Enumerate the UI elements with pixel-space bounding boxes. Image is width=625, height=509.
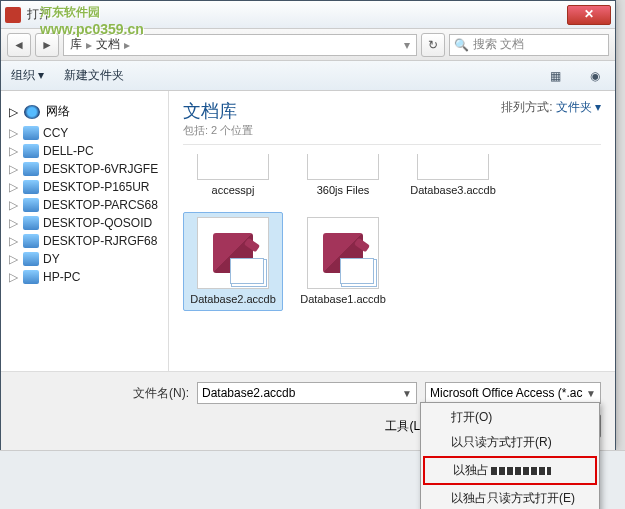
file-name: Database1.accdb: [298, 293, 388, 306]
breadcrumb-seg[interactable]: 库: [70, 36, 82, 53]
library-subtitle: 包括: 2 个位置: [183, 123, 253, 138]
file-thumb: [307, 217, 379, 289]
menu-open-exclusive-readonly[interactable]: 以独占只读方式打开(E): [423, 486, 597, 509]
tree-node[interactable]: ▷HP-PC: [1, 268, 168, 286]
file-thumb: [307, 154, 379, 180]
file-thumb: [417, 154, 489, 180]
filetype-value: Microsoft Office Access (*.ac: [430, 386, 583, 400]
file-list: accesspj360js FilesDatabase3.accdbDataba…: [183, 149, 601, 311]
filename-label: 文件名(N):: [133, 385, 189, 402]
computer-icon: [23, 216, 39, 230]
file-thumb: [197, 154, 269, 180]
toolbar: 组织 ▾ 新建文件夹 ▦ ◉: [1, 61, 615, 91]
menu-label: 以独占: [453, 463, 489, 477]
sort-label: 排列方式:: [501, 100, 552, 114]
new-folder-button[interactable]: 新建文件夹: [64, 67, 124, 84]
tree-label: DESKTOP-6VRJGFE: [43, 162, 158, 176]
sort-value[interactable]: 文件夹 ▾: [556, 100, 601, 114]
help-icon[interactable]: ◉: [585, 66, 605, 86]
obscured-text: [491, 467, 551, 475]
tree-node[interactable]: ▷DELL-PC: [1, 142, 168, 160]
breadcrumb[interactable]: 库 ▸ 文档 ▸ ▾: [63, 34, 417, 56]
file-thumb: [197, 217, 269, 289]
open-mode-menu: 打开(O) 以只读方式打开(R) 以独占 以独占只读方式打开(E): [420, 402, 600, 509]
menu-open-exclusive[interactable]: 以独占: [423, 456, 597, 485]
filetype-select[interactable]: Microsoft Office Access (*.ac ▼: [425, 382, 601, 404]
back-button[interactable]: ◄: [7, 33, 31, 57]
tree-node[interactable]: ▷DESKTOP-QOSOID: [1, 214, 168, 232]
titlebar: 打开 ✕: [1, 1, 615, 29]
file-item[interactable]: Database1.accdb: [293, 212, 393, 311]
forward-button[interactable]: ►: [35, 33, 59, 57]
tree-network[interactable]: ▷ 网络: [1, 99, 168, 124]
tree-node[interactable]: ▷DESKTOP-P165UR: [1, 178, 168, 196]
dialog-title: 打开: [27, 6, 567, 23]
breadcrumb-seg[interactable]: 文档: [96, 36, 120, 53]
filename-value: Database2.accdb: [202, 386, 295, 400]
pages-icon: [230, 258, 264, 284]
search-input[interactable]: 🔍 搜索 文档: [449, 34, 609, 56]
pages-icon: [340, 258, 374, 284]
tree-node[interactable]: ▷DESKTOP-PARCS68: [1, 196, 168, 214]
tree-label: DESKTOP-RJRGF68: [43, 234, 157, 248]
computer-icon: [23, 162, 39, 176]
tree-label: DESKTOP-QOSOID: [43, 216, 152, 230]
filename-input[interactable]: Database2.accdb ▼: [197, 382, 417, 404]
computer-icon: [23, 270, 39, 284]
file-item[interactable]: Database3.accdb: [403, 149, 503, 202]
computer-icon: [23, 234, 39, 248]
sort-control[interactable]: 排列方式: 文件夹 ▾: [501, 99, 601, 116]
expand-icon[interactable]: ▷: [9, 198, 19, 212]
file-name: accesspj: [188, 184, 278, 197]
refresh-button[interactable]: ↻: [421, 33, 445, 57]
tree-node[interactable]: ▷CCY: [1, 124, 168, 142]
chevron-down-icon[interactable]: ▼: [402, 388, 412, 399]
file-name: Database2.accdb: [188, 293, 278, 306]
open-dialog: 打开 ✕ ◄ ► 库 ▸ 文档 ▸ ▾ ↻ 🔍 搜索 文档 组织 ▾ 新建文件夹…: [0, 0, 616, 450]
tree-label: DELL-PC: [43, 144, 94, 158]
expand-icon[interactable]: ▷: [9, 126, 19, 140]
chevron-right-icon: ▸: [124, 38, 130, 52]
file-name: Database3.accdb: [408, 184, 498, 197]
tree-label: 网络: [46, 103, 70, 120]
file-name: 360js Files: [298, 184, 388, 197]
dialog-body: ▷ 网络 ▷CCY▷DELL-PC▷DESKTOP-6VRJGFE▷DESKTO…: [1, 91, 615, 371]
computer-icon: [23, 198, 39, 212]
file-item[interactable]: accesspj: [183, 149, 283, 202]
nav-tree: ▷ 网络 ▷CCY▷DELL-PC▷DESKTOP-6VRJGFE▷DESKTO…: [1, 91, 169, 371]
expand-icon[interactable]: ▷: [9, 234, 19, 248]
network-icon: [24, 105, 40, 119]
chevron-right-icon: ▸: [86, 38, 92, 52]
computer-icon: [23, 252, 39, 266]
tree-node[interactable]: ▷DY: [1, 250, 168, 268]
computer-icon: [23, 144, 39, 158]
menu-open-readonly[interactable]: 以只读方式打开(R): [423, 430, 597, 455]
tree-node[interactable]: ▷DESKTOP-6VRJGFE: [1, 160, 168, 178]
file-item[interactable]: 360js Files: [293, 149, 393, 202]
expand-icon[interactable]: ▷: [9, 162, 19, 176]
expand-icon[interactable]: ▷: [9, 180, 19, 194]
file-pane: 文档库 包括: 2 个位置 排列方式: 文件夹 ▾ accesspj360js …: [169, 91, 615, 371]
computer-icon: [23, 180, 39, 194]
expand-icon[interactable]: ▷: [9, 252, 19, 266]
computer-icon: [23, 126, 39, 140]
tree-label: DESKTOP-PARCS68: [43, 198, 158, 212]
organize-menu[interactable]: 组织 ▾: [11, 67, 44, 84]
tree-label: HP-PC: [43, 270, 80, 284]
tree-label: CCY: [43, 126, 68, 140]
expand-icon[interactable]: ▷: [9, 144, 19, 158]
expand-icon[interactable]: ▷: [9, 270, 19, 284]
search-placeholder: 搜索 文档: [473, 36, 524, 53]
file-item[interactable]: Database2.accdb: [183, 212, 283, 311]
view-icon[interactable]: ▦: [545, 66, 565, 86]
expand-icon[interactable]: ▷: [9, 216, 19, 230]
app-icon: [5, 7, 21, 23]
library-title: 文档库: [183, 99, 253, 123]
menu-open[interactable]: 打开(O): [423, 405, 597, 430]
chevron-down-icon[interactable]: ▼: [586, 388, 596, 399]
close-button[interactable]: ✕: [567, 5, 611, 25]
nav-bar: ◄ ► 库 ▸ 文档 ▸ ▾ ↻ 🔍 搜索 文档: [1, 29, 615, 61]
tree-node[interactable]: ▷DESKTOP-RJRGF68: [1, 232, 168, 250]
chevron-down-icon[interactable]: ▾: [404, 38, 410, 52]
expand-icon[interactable]: ▷: [9, 105, 18, 119]
